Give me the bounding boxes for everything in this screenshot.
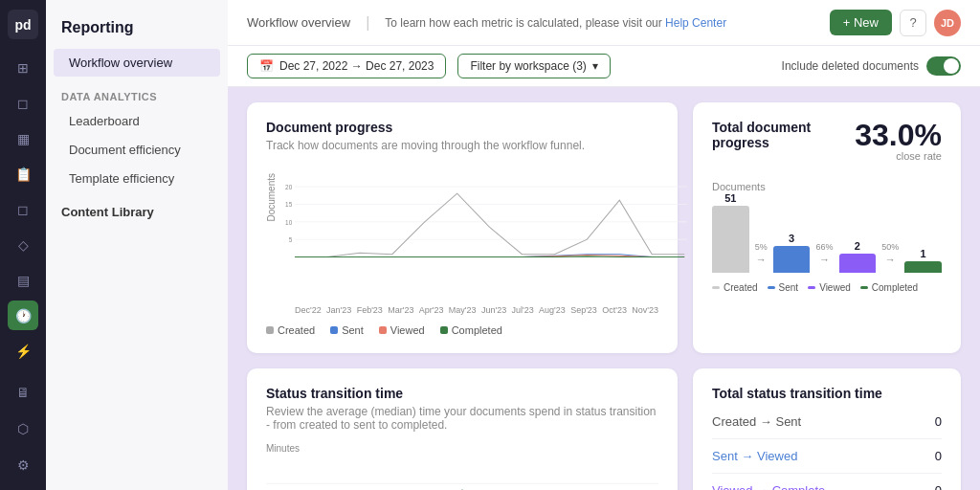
nav-icon-grid[interactable]: ⊞ [8,53,38,82]
total-progress-header: Total document progress 33.0% close rate [712,120,942,162]
legend-dot-viewed [379,326,387,334]
chart-x-labels: Dec'22 Jan'23 Feb'23 Mar'23 Apr'23 May'2… [295,305,658,315]
legend-dot-sent [330,326,338,334]
status-transition-card: Status transition time Review the averag… [247,368,678,490]
doc-progress-chart-area: Documents 20 15 10 5 [266,164,658,317]
funnel-bar-created [712,206,749,273]
deleted-docs-toggle[interactable] [926,56,961,76]
left-nav: Reporting Workflow overview Data analyti… [46,0,228,490]
funnel-bars: 51 5% → 3 66% → [712,196,942,273]
nav-icon-file2[interactable]: 📋 [8,159,38,189]
help-center-link[interactable]: Help Center [665,16,726,30]
topbar-actions: + New ? JD [830,10,961,36]
status-row-viewed-complete: Viewed → Complete 0 [712,474,942,490]
status-value-sent-viewed: 0 [935,449,942,463]
funnel-col-created: 51 [712,192,749,273]
svg-text:5: 5 [289,236,293,243]
status-label-created-sent: Created → Sent [712,414,801,429]
close-rate-area: 33.0% close rate [855,120,942,162]
nav-item-doc-efficiency[interactable]: Document efficiency [54,136,220,164]
topbar-info: To learn how each metric is calculated, … [385,16,814,30]
svg-text:15: 15 [285,201,293,208]
legend-completed: Completed [440,324,502,336]
nav-item-leaderboard[interactable]: Leaderboard [54,107,220,135]
status-row-sent-viewed: Sent → Viewed 0 [712,439,942,474]
nav-item-template-efficiency[interactable]: Template efficiency [54,165,220,192]
date-range-button[interactable]: 📅 Dec 27, 2022 → Dec 27, 2023 [247,54,446,78]
deleted-docs-label: Include deleted documents [782,59,919,73]
topbar-section-title: Workflow overview [247,15,350,30]
legend-created: Created [266,324,315,336]
funnel-col-sent: 3 [773,233,811,273]
legend-sent: Sent [330,324,364,336]
legend-dot-completed [440,326,448,334]
nav-icon-gear[interactable]: ⚙ [8,450,38,480]
topbar-separator: | [366,14,369,32]
funnel-bar-sent [773,246,811,273]
status-row-created-sent: Created → Sent 0 [712,405,942,439]
funnel-legend-created: Created [712,282,758,293]
chevron-icon: ▾ [592,59,598,73]
total-doc-progress-card: Total document progress 33.0% close rate… [693,102,961,353]
funnel-docs-label: Documents [712,181,942,192]
filter-bar: 📅 Dec 27, 2022 → Dec 27, 2023 Filter by … [228,46,980,87]
funnel-legend-sent: Sent [768,282,799,293]
doc-progress-svg: 20 15 10 5 [295,164,687,298]
topbar: Workflow overview | To learn how each me… [228,0,980,46]
calendar-icon: 📅 [259,59,274,73]
funnel-arrow-2: 66% → [815,242,833,273]
funnel-col-viewed: 2 [839,240,877,273]
main-content: Workflow overview | To learn how each me… [228,0,980,490]
status-value-created-sent: 0 [935,414,942,429]
funnel-legend-viewed: Viewed [808,282,851,293]
funnel-bar-completed [904,261,942,273]
svg-text:10: 10 [285,219,293,226]
status-label-sent-viewed: Sent → Viewed [712,449,797,463]
nav-icon-hexagon[interactable]: ⬡ [8,413,38,444]
svg-text:20: 20 [285,184,293,190]
total-progress-title: Total document progress [712,120,855,150]
status-label-viewed-complete: Viewed → Complete [712,483,825,490]
document-progress-card: Document progress Track how documents ar… [247,102,678,353]
nav-icon-file3[interactable]: ◻ [8,194,38,224]
app-logo: pd [8,10,38,39]
legend-viewed: Viewed [379,324,425,336]
left-nav-title: Reporting [46,0,228,48]
big-percent: 33.0% [855,120,942,150]
doc-progress-subtitle: Track how documents are moving through t… [266,139,658,152]
funnel-bar-viewed [839,254,877,273]
deleted-docs-toggle-row: Include deleted documents [782,56,961,76]
y-axis-label: Documents [266,173,277,222]
status-chart-area: 2 1 [266,457,658,490]
nav-section-content-library: Content Library [46,193,228,225]
legend-dot-created [266,326,274,334]
new-button[interactable]: + New [830,10,892,35]
nav-item-workflow-overview[interactable]: Workflow overview [54,49,220,77]
funnel-legend-completed: Completed [860,282,918,293]
total-status-title: Total status transition time [712,386,942,401]
funnel-col-completed: 1 [904,248,942,273]
nav-icon-bolt[interactable]: ⚡ [8,336,38,366]
filter-workspace-button[interactable]: Filter by workspace (3) ▾ [457,54,610,78]
nav-icon-monitor[interactable]: 🖥 [8,377,38,408]
status-svg: 2 1 [266,457,658,490]
user-avatar[interactable]: JD [934,10,961,36]
nav-icon-table[interactable]: ▦ [8,123,38,153]
dashboard-body: Document progress Track how documents ar… [228,87,980,490]
total-status-transition-card: Total status transition time Created → S… [693,368,961,490]
nav-icon-file[interactable]: ◻ [8,88,38,118]
minutes-label: Minutes [266,443,658,454]
status-transition-title: Status transition time [266,386,658,401]
nav-icon-diamond[interactable]: ◇ [8,230,38,259]
nav-subheading-data: Data analytics [46,78,228,106]
status-transition-subtitle: Review the average (median) time your do… [266,405,658,432]
funnel-arrow-1: 5% → [755,242,768,273]
funnel-bar-area: Documents 51 5% → 3 [712,181,942,293]
status-value-viewed-complete: 0 [935,483,942,490]
funnel-arrow-3: 50% → [881,242,899,273]
chart-legend: Created Sent Viewed Completed [266,324,658,336]
icon-sidebar: pd ⊞ ◻ ▦ 📋 ◻ ◇ ▤ 🕐 ⚡ 🖥 ⬡ ⚙ [0,0,46,490]
nav-icon-clock[interactable]: 🕐 [8,301,38,330]
nav-icon-table2[interactable]: ▤ [8,265,38,295]
help-button[interactable]: ? [900,10,926,36]
